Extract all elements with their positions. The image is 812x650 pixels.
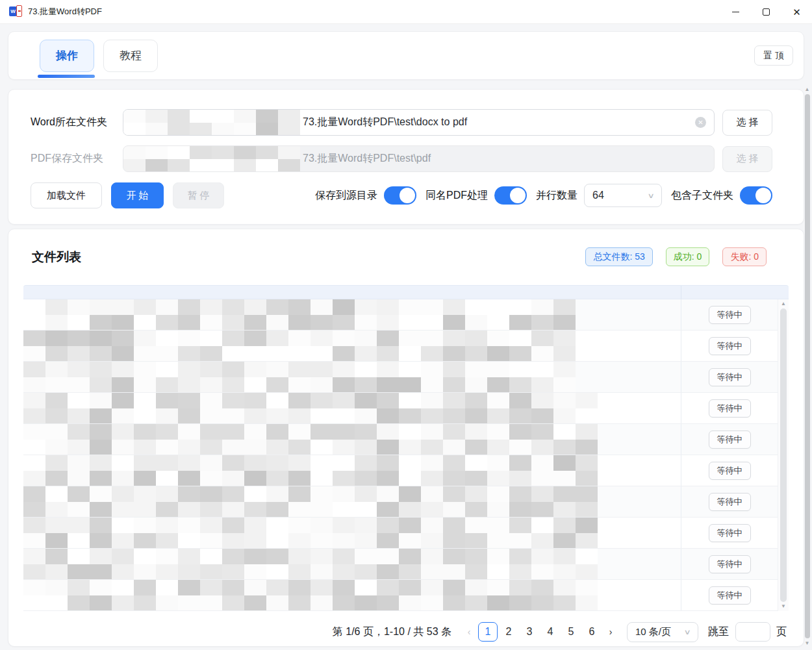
- page-4-button[interactable]: 4: [540, 622, 560, 642]
- status-button[interactable]: 等待中: [709, 524, 751, 542]
- scrollbar-thumb[interactable]: [780, 308, 787, 602]
- close-icon: ✕: [793, 7, 801, 17]
- prev-page-button[interactable]: ‹: [461, 622, 477, 642]
- table-row: 等待中: [23, 518, 778, 549]
- scrollbar-thumb[interactable]: [805, 94, 810, 638]
- pause-button: 暂 停: [173, 182, 224, 208]
- pdf-folder-path: 73.批量Word转PDF\test\pdf: [303, 152, 431, 166]
- status-cell: 等待中: [681, 424, 778, 455]
- load-files-button[interactable]: 加载文件: [31, 182, 102, 208]
- close-button[interactable]: ✕: [781, 0, 812, 23]
- scroll-down-icon[interactable]: ▼: [805, 640, 810, 646]
- table-scrollbar[interactable]: ▲ ▼: [778, 299, 789, 611]
- minimize-button[interactable]: [720, 0, 751, 23]
- page-6-button[interactable]: 6: [582, 622, 602, 642]
- pin-on-top-button[interactable]: 置 顶: [754, 45, 793, 66]
- pagination-summary: 第 1/6 页，1-10 / 共 53 条: [333, 625, 451, 639]
- page-numbers: 123456: [477, 622, 602, 642]
- status-button[interactable]: 等待中: [709, 368, 751, 386]
- status-button[interactable]: 等待中: [709, 306, 751, 324]
- tab-tutorial[interactable]: 教程: [103, 40, 158, 72]
- scroll-up-icon[interactable]: ▲: [805, 86, 810, 92]
- status-button[interactable]: 等待中: [709, 431, 751, 449]
- page-size-value: 10 条/页: [635, 626, 671, 638]
- jump-to-input[interactable]: [735, 622, 770, 642]
- window-scrollbar[interactable]: ▲ ▼: [804, 86, 810, 646]
- tab-operation-label: 操作: [56, 48, 78, 63]
- scroll-up-icon[interactable]: ▲: [781, 301, 786, 307]
- page-size-select[interactable]: 10 条/页 ∨: [627, 622, 698, 642]
- status-cell: 等待中: [681, 331, 778, 361]
- redacted-file-name: [23, 362, 597, 392]
- table-row: 等待中: [23, 455, 778, 486]
- table-rows: 等待中 等待中 等待中 等待中 等待中: [23, 299, 778, 611]
- chevron-down-icon: ∨: [647, 192, 654, 200]
- status-button[interactable]: 等待中: [709, 555, 751, 573]
- status-button[interactable]: 等待中: [709, 493, 751, 511]
- include-subfolders-toggle[interactable]: [740, 186, 772, 205]
- page-2-button[interactable]: 2: [499, 622, 518, 642]
- tab-tutorial-label: 教程: [120, 48, 142, 63]
- word-folder-choose-button[interactable]: 选 择: [722, 110, 772, 136]
- maximize-button[interactable]: [751, 0, 781, 23]
- window-controls: ✕: [720, 0, 812, 23]
- table-header: [23, 285, 789, 299]
- file-list-title: 文件列表: [32, 249, 81, 266]
- redacted-file-name: [23, 486, 605, 517]
- window-title: 73.批量Word转PDF: [28, 6, 102, 18]
- chevron-down-icon: ∨: [683, 628, 691, 636]
- redacted-path-prefix: [123, 109, 303, 136]
- same-name-toggle[interactable]: [494, 186, 527, 205]
- scroll-down-icon[interactable]: ▼: [781, 603, 786, 610]
- settings-panel: Word所在文件夹 73.批量Word转PDF\test\docx to pdf…: [8, 89, 804, 225]
- redacted-file-name: [23, 455, 603, 486]
- maximize-icon: [763, 8, 770, 16]
- status-cell: 等待中: [681, 486, 778, 517]
- success-badge: 成功: 0: [666, 247, 710, 266]
- table-row: 等待中: [23, 393, 778, 424]
- pdf-folder-choose-button: 选 择: [722, 146, 772, 172]
- status-cell: 等待中: [681, 580, 778, 610]
- status-button[interactable]: 等待中: [709, 399, 751, 418]
- redacted-file-name: [23, 299, 593, 330]
- clear-input-icon[interactable]: ✕: [695, 117, 706, 128]
- tab-operation[interactable]: 操作: [40, 40, 94, 72]
- status-cell: 等待中: [681, 455, 778, 486]
- actions-row: 加载文件 开 始 暂 停 保存到源目录 同名PDF处理 并行数量 64 ∨ 包含…: [8, 182, 804, 208]
- status-cell: 等待中: [681, 362, 778, 392]
- word-folder-input[interactable]: 73.批量Word转PDF\test\docx to pdf ✕: [123, 109, 715, 136]
- status-button[interactable]: 等待中: [709, 462, 751, 480]
- redacted-path-prefix: [123, 145, 303, 172]
- redacted-file-name: [23, 424, 602, 455]
- pdf-folder-input: 73.批量Word转PDF\test\pdf: [123, 145, 715, 172]
- page-3-button[interactable]: 3: [520, 622, 539, 642]
- table-row: 等待中: [23, 299, 778, 331]
- table-body: 等待中 等待中 等待中 等待中 等待中: [23, 299, 789, 611]
- word-folder-label: Word所在文件夹: [31, 116, 123, 129]
- redacted-file-name: [23, 549, 609, 579]
- table-row: 等待中: [23, 549, 778, 580]
- page-5-button[interactable]: 5: [561, 622, 581, 642]
- titlebar: W 73.批量Word转PDF ✕: [0, 0, 812, 24]
- status-column-header: [681, 286, 789, 299]
- file-table: 等待中 等待中 等待中 等待中 等待中: [23, 285, 789, 611]
- tab-bar: 操作 教程 置 顶: [8, 31, 804, 80]
- counters: 总文件数: 53 成功: 0 失败: 0: [585, 247, 767, 266]
- save-to-source-toggle[interactable]: [384, 186, 416, 205]
- table-row: 等待中: [23, 486, 778, 518]
- table-row: 等待中: [23, 362, 778, 393]
- status-button[interactable]: 等待中: [709, 337, 751, 355]
- next-page-button[interactable]: ›: [602, 622, 619, 642]
- fail-badge: 失败: 0: [722, 247, 767, 266]
- status-button[interactable]: 等待中: [709, 586, 751, 605]
- word-folder-path: 73.批量Word转PDF\test\docx to pdf: [303, 116, 467, 129]
- page-1-button[interactable]: 1: [478, 622, 498, 642]
- app-icon: W: [9, 5, 22, 18]
- parallel-count-label: 并行数量: [536, 189, 577, 203]
- parallel-count-select[interactable]: 64 ∨: [584, 184, 662, 207]
- table-row: 等待中: [23, 424, 778, 455]
- app-window: W 73.批量Word转PDF ✕ 操作 教程 置 顶 Word所在文件夹 73…: [0, 0, 812, 650]
- status-cell: 等待中: [681, 518, 778, 548]
- save-to-source-label: 保存到源目录: [315, 189, 377, 203]
- start-button[interactable]: 开 始: [111, 182, 164, 208]
